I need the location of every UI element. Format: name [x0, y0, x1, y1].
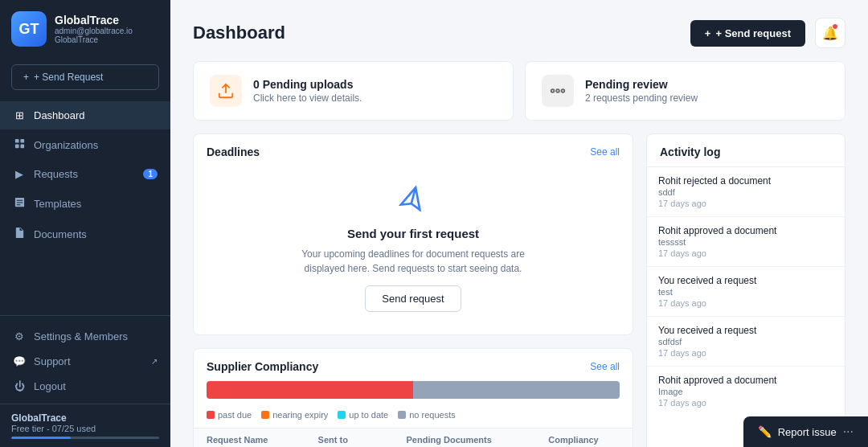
status-cards: 0 Pending uploads Click here to view det… — [193, 61, 845, 121]
sidebar-item-dashboard[interactable]: ⊞ Dashboard — [0, 101, 170, 129]
send-request-label: + Send request — [715, 27, 791, 39]
deadlines-empty-sub: Your upcoming deadlines for document req… — [285, 247, 542, 276]
pending-uploads-sub: Click here to view details. — [253, 92, 362, 104]
sidebar-item-organizations[interactable]: Organizations — [0, 129, 170, 160]
activity-time: 17 days ago — [658, 248, 833, 258]
sidebar-item-label: Settings & Members — [34, 330, 158, 342]
deadlines-title: Deadlines — [207, 146, 260, 158]
user-tier: Free tier - 07/25 used — [11, 424, 159, 433]
tier-progress-bar — [11, 437, 159, 439]
svg-rect-2 — [14, 144, 18, 148]
sidebar-nav: ⊞ Dashboard Organizations ▶ Requests 1 T… — [0, 101, 170, 315]
legend-dot-noreq — [398, 411, 406, 419]
sidebar-item-label: Requests — [34, 168, 135, 180]
logout-icon: ⏻ — [13, 380, 26, 392]
pending-review-card[interactable]: Pending review 2 requests pending review — [525, 61, 845, 121]
svg-point-6 — [562, 89, 565, 92]
activity-log-panel: Activity log Rohit rejected a document s… — [646, 133, 845, 447]
activity-item: Rohit rejected a document sddf 17 days a… — [647, 167, 845, 217]
col-compliancy: Compliancy — [535, 429, 633, 448]
deadlines-see-all[interactable]: See all — [590, 146, 620, 158]
col-request-name: Request Name — [194, 429, 305, 448]
legend-past-due: past due — [207, 410, 252, 420]
activity-log-title: Activity log — [647, 134, 845, 167]
activity-action: Rohit rejected a document — [658, 175, 833, 187]
brand-company: GlobalTrace — [55, 35, 133, 44]
sidebar-item-settings[interactable]: ⚙ Settings & Members — [11, 324, 159, 349]
legend-nearing-expiry: nearing expiry — [261, 410, 328, 420]
sidebar-logo: GT GlobalTrace admin@globaltrace.io Glob… — [0, 0, 170, 58]
pending-uploads-count: 0 Pending uploads — [253, 78, 362, 91]
col-sent-to: Sent to — [305, 429, 394, 448]
send-icon: + — [23, 72, 29, 83]
sidebar-user-info: GlobalTrace Free tier - 07/25 used — [0, 404, 170, 447]
review-icon — [542, 75, 574, 107]
compliance-table: Request Name Sent to Pending Documents C… — [194, 428, 633, 447]
pending-review-title: Pending review — [585, 78, 698, 91]
svg-rect-1 — [20, 139, 24, 143]
activity-detail: sddf — [658, 187, 833, 197]
templates-icon — [13, 196, 26, 211]
activity-time: 17 days ago — [658, 199, 833, 208]
activity-detail: Image — [658, 387, 833, 396]
sidebar-item-label: Logout — [34, 380, 158, 392]
pending-uploads-text: 0 Pending uploads Click here to view det… — [253, 78, 362, 104]
activity-detail: test — [658, 287, 833, 297]
activity-detail: tesssst — [658, 237, 833, 247]
user-brand: GlobalTrace — [11, 412, 159, 424]
send-request-button[interactable]: + + Send request — [690, 20, 805, 47]
app-logo-icon: GT — [11, 11, 47, 47]
report-issue-more-icon[interactable]: ··· — [843, 424, 854, 439]
right-column: Activity log Rohit rejected a document s… — [646, 133, 845, 447]
requests-icon: ▶ — [13, 168, 26, 180]
legend-label-past: past due — [218, 410, 252, 420]
dashboard-icon: ⊞ — [13, 109, 26, 121]
bar-past-due — [207, 381, 413, 399]
page-title: Dashboard — [193, 23, 285, 43]
pending-review-sub: 2 requests pending review — [585, 92, 698, 104]
sidebar-item-support[interactable]: 💬 Support ↗ — [11, 349, 159, 374]
activity-time: 17 days ago — [658, 348, 833, 358]
brand-email: admin@globaltrace.io — [55, 27, 133, 35]
main-header: Dashboard + + Send request 🔔 — [170, 0, 868, 61]
sidebar-brand: GlobalTrace admin@globaltrace.io GlobalT… — [55, 14, 133, 44]
activity-action: You received a request — [658, 325, 833, 336]
supplier-header: Supplier Compliancy See all — [194, 349, 633, 381]
svg-point-7 — [551, 89, 555, 92]
supplier-see-all[interactable]: See all — [590, 361, 620, 372]
activity-item: Rohit approved a document tesssst 17 day… — [647, 217, 845, 267]
legend-up-to-date: up to date — [338, 410, 388, 420]
tier-fill — [11, 437, 71, 439]
report-issue-bar[interactable]: ✏️ Report issue ··· — [743, 416, 868, 447]
notifications-button[interactable]: 🔔 — [815, 18, 845, 48]
svg-rect-0 — [14, 139, 18, 143]
sidebar-item-label: Templates — [34, 198, 158, 210]
sidebar-bottom-nav: ⚙ Settings & Members 💬 Support ↗ ⏻ Logou… — [0, 315, 170, 404]
sidebar-item-requests[interactable]: ▶ Requests 1 — [0, 160, 170, 188]
activity-item: Rohit approved a document Image 17 days … — [647, 367, 845, 416]
pencil-icon: ✏️ — [758, 425, 772, 438]
deadlines-header: Deadlines See all — [194, 134, 633, 166]
pending-uploads-card[interactable]: 0 Pending uploads Click here to view det… — [193, 61, 514, 121]
sidebar-item-templates[interactable]: Templates — [0, 188, 170, 219]
upload-icon — [210, 75, 242, 107]
legend-no-requests: no requests — [398, 410, 455, 420]
sidebar-send-request-button[interactable]: + + Send Request — [11, 64, 159, 90]
two-col-layout: Deadlines See all Send your first reques… — [193, 133, 845, 447]
supplier-title: Supplier Compliancy — [207, 360, 318, 373]
deadlines-empty-state: Send your first request Your upcoming de… — [194, 166, 633, 334]
sidebar-send-request-label: + Send Request — [34, 72, 103, 83]
plus-icon: + — [705, 27, 711, 39]
pending-review-text: Pending review 2 requests pending review — [585, 78, 698, 104]
deadlines-empty-title: Send your first request — [347, 227, 479, 240]
deadlines-send-request-button[interactable]: Send request — [365, 285, 461, 312]
sidebar-item-documents[interactable]: Documents — [0, 219, 170, 249]
send-first-icon — [394, 185, 432, 225]
sidebar-item-logout[interactable]: ⏻ Logout — [11, 374, 159, 399]
main-body: 0 Pending uploads Click here to view det… — [170, 61, 868, 447]
deadlines-card: Deadlines See all Send your first reques… — [193, 133, 633, 335]
activity-action: Rohit approved a document — [658, 225, 833, 236]
support-icon: 💬 — [13, 355, 26, 367]
main-content: Dashboard + + Send request 🔔 0 Pending u… — [170, 0, 868, 447]
legend-label-uptodate: up to date — [349, 410, 388, 420]
